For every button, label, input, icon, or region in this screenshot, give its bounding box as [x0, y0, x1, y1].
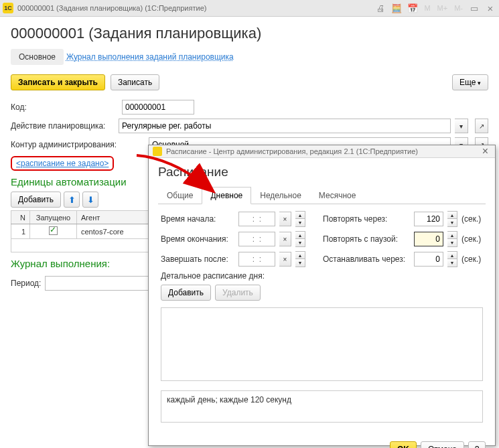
end-clear-icon[interactable]: × [279, 232, 291, 246]
stop-after-label: Останавливать через: [323, 254, 410, 264]
end-time-input[interactable] [238, 232, 275, 246]
schedule-dialog: Расписание - Центр администрирования, ре… [148, 145, 496, 446]
tab-main[interactable]: Основное [11, 49, 64, 65]
spin-up-icon: ▲ [447, 212, 457, 219]
spin-up-icon: ▲ [295, 232, 305, 239]
spin-up-icon: ▲ [295, 212, 305, 219]
end-time-label: Время окончания: [161, 234, 234, 244]
page-title: 000000001 (Задания планировщика) [11, 25, 488, 42]
start-spin[interactable]: ▲▼ [295, 211, 305, 227]
pause-spin[interactable]: ▲▼ [447, 231, 457, 247]
window-titlebar: 1С 000000001 (Задания планировщика) (1С:… [0, 0, 499, 17]
start-time-label: Время начала: [161, 214, 234, 224]
minimize-icon[interactable]: ▭ [468, 2, 480, 14]
repeat-pause-label: Повторять с паузой: [323, 234, 410, 244]
start-time-input[interactable] [238, 212, 275, 226]
action-dropdown-icon[interactable]: ▾ [455, 119, 468, 133]
calendar-icon[interactable]: 📅 [407, 2, 419, 14]
finish-clear-icon[interactable]: × [279, 252, 291, 267]
save-close-button[interactable]: Записать и закрыть [11, 74, 105, 90]
action-label: Действие планировщика: [11, 121, 115, 131]
repeat-interval-label: Повторять через: [323, 214, 410, 224]
detail-delete-button[interactable]: Удалить [215, 285, 261, 301]
start-clear-icon[interactable]: × [279, 212, 291, 226]
col-launched[interactable]: Запущено [30, 211, 77, 224]
detail-list[interactable] [161, 307, 483, 381]
spin-down-icon: ▼ [295, 219, 305, 226]
add-unit-button[interactable]: Добавить [11, 192, 61, 208]
finish-after-input[interactable] [238, 252, 275, 267]
tab-general[interactable]: Общие [158, 187, 202, 204]
schedule-link[interactable]: <расписание не задано> [11, 156, 114, 171]
finish-spin[interactable]: ▲▼ [295, 251, 305, 267]
move-down-icon[interactable]: ⬇ [82, 192, 98, 208]
action-input[interactable] [119, 119, 451, 133]
sek-label: (сек.) [461, 214, 481, 224]
dialog-close-icon[interactable]: × [480, 145, 491, 157]
stop-after-input[interactable] [414, 252, 443, 267]
dialog-title: Расписание - Центр администрирования, ре… [166, 147, 476, 155]
end-spin[interactable]: ▲▼ [295, 231, 305, 247]
col-n[interactable]: N [11, 211, 30, 224]
save-button[interactable]: Записать [111, 74, 159, 90]
sek-label-2: (сек.) [461, 234, 481, 244]
cancel-button[interactable]: Отмена [421, 441, 464, 448]
link-journal[interactable]: Журнал выполнения заданий планировщика [66, 49, 234, 65]
sek-label-3: (сек.) [461, 254, 481, 264]
dialog-logo [153, 147, 162, 156]
spin-up-icon: ▲ [447, 252, 457, 259]
app-logo: 1С [3, 3, 13, 13]
spin-up-icon: ▲ [447, 232, 457, 239]
cell-launched[interactable] [30, 224, 77, 239]
tab-weekly[interactable]: Недельное [251, 187, 310, 204]
ok-button[interactable]: OK [390, 441, 417, 448]
spin-up-icon: ▲ [295, 252, 305, 259]
m-btn-1[interactable]: M [423, 4, 431, 12]
spin-down-icon: ▼ [447, 219, 457, 226]
move-up-icon[interactable]: ⬆ [64, 192, 80, 208]
repeat-interval-input[interactable] [414, 212, 443, 226]
calc-icon[interactable]: 🧮 [390, 2, 403, 14]
code-input[interactable] [122, 100, 194, 115]
dialog-heading: Расписание [158, 165, 486, 179]
finish-after-label: Завершать после: [161, 254, 234, 264]
interval-spin[interactable]: ▲▼ [447, 211, 457, 227]
cell-n: 1 [11, 224, 30, 239]
tab-daily[interactable]: Дневное [202, 187, 251, 204]
help-button[interactable]: ? [468, 441, 486, 448]
m-btn-2[interactable]: M+ [436, 4, 449, 12]
spin-down-icon: ▼ [447, 259, 457, 267]
detail-schedule-label: Детальное расписание дня: [161, 271, 483, 281]
action-open-icon[interactable]: ↗ [475, 119, 488, 133]
spin-down-icon: ▼ [447, 239, 457, 246]
stop-spin[interactable]: ▲▼ [447, 251, 457, 267]
checkbox-icon [49, 226, 58, 235]
more-button[interactable]: Еще [452, 74, 488, 90]
window-title: 000000001 (Задания планировщика) (1С:Пре… [17, 4, 370, 12]
detail-add-button[interactable]: Добавить [161, 285, 211, 301]
spin-down-icon: ▼ [295, 239, 305, 246]
tab-monthly[interactable]: Месячное [310, 187, 365, 204]
kontur-label: Контур администрирования: [11, 140, 145, 149]
print-icon[interactable]: 🖨 [374, 2, 386, 14]
code-label: Код: [11, 102, 51, 112]
repeat-pause-input[interactable] [414, 232, 443, 246]
m-btn-3[interactable]: M- [453, 4, 464, 12]
close-icon[interactable]: × [484, 2, 496, 14]
schedule-summary: каждый день; каждые 120 секунд [161, 390, 483, 423]
period-label: Период: [11, 279, 41, 288]
spin-down-icon: ▼ [295, 259, 305, 267]
